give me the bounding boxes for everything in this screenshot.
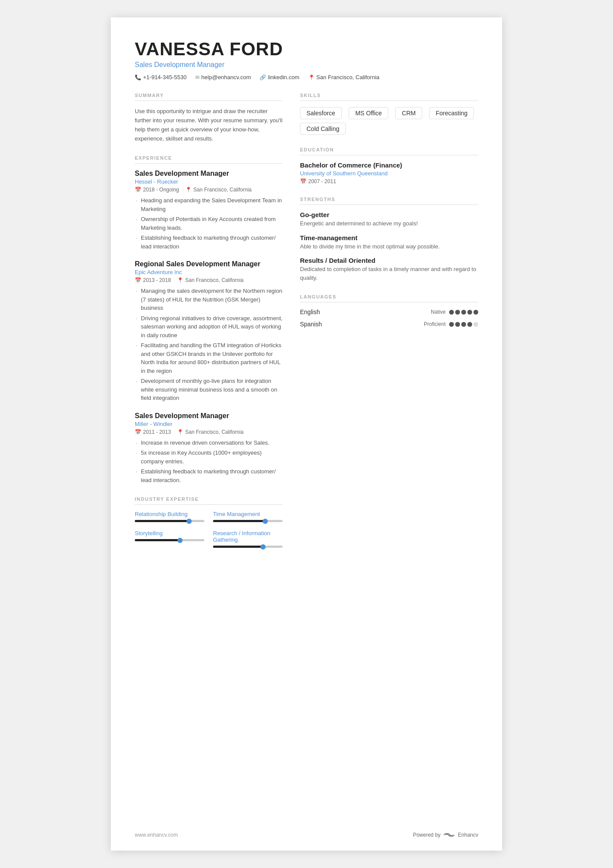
edu-school: University of Southern Queensland: [300, 170, 478, 177]
pin-icon-2: 📍: [177, 277, 183, 283]
exp-dates-3: 📅 2011 - 2013: [135, 429, 171, 435]
exp-meta-3: 📅 2011 - 2013 📍 San Francisco, Californi…: [135, 429, 283, 435]
exp-company-2: Epic Adventure Inc: [135, 269, 283, 275]
lang-name-english: English: [300, 308, 330, 315]
strength-desc-1: Energetic and determined to achieve my g…: [300, 219, 478, 228]
skill-forecasting: Forecasting: [429, 107, 474, 119]
dot: [461, 310, 466, 315]
contact-location: 📍 San Francisco, California: [308, 74, 380, 80]
experience-label: EXPERIENCE: [135, 155, 283, 164]
contact-linkedin: 🔗 linkedin.com: [260, 74, 299, 80]
bullet: Heading and expanding the Sales Developm…: [135, 196, 283, 213]
expertise-label: INDUSTRY EXPERTISE: [135, 496, 283, 505]
exp-loc-2: 📍 San Francisco, California: [177, 277, 243, 283]
candidate-name: VANESSA FORD: [135, 39, 478, 59]
location-icon: 📍: [308, 74, 315, 80]
expertise-label-1: Relationship Building: [135, 511, 204, 517]
exp-loc-3: 📍 San Francisco, California: [177, 429, 243, 435]
strength-title-2: Time-management: [300, 234, 478, 241]
expertise-grid: Relationship Building Time Management: [135, 511, 283, 548]
skill-crm: CRM: [395, 107, 422, 119]
progress-fill-2: [213, 520, 265, 522]
dot: [455, 322, 460, 327]
exp-title-3: Sales Development Manager: [135, 412, 283, 420]
calendar-icon-3: 📅: [135, 429, 141, 435]
progress-knob-2: [263, 519, 268, 524]
exp-item-2: Regional Sales Development Manager Epic …: [135, 260, 283, 402]
dot: [473, 310, 478, 315]
bullet: Managing the sales development for the N…: [135, 287, 283, 312]
strengths-section: STRENGTHS Go-getter Energetic and determ…: [300, 197, 478, 282]
bullet: Driving regional initiatives to drive co…: [135, 314, 283, 340]
contact-line: 📞 +1-914-345-5530 ✉ help@enhancv.com 🔗 l…: [135, 74, 478, 80]
expertise-section: INDUSTRY EXPERTISE Relationship Building…: [135, 496, 283, 548]
skill-ms-office: MS Office: [349, 107, 388, 119]
resume-page: VANESSA FORD Sales Development Manager 📞…: [111, 17, 502, 851]
education-section: EDUCATION Bachelor of Commerce (Finance)…: [300, 147, 478, 184]
progress-track-2: [213, 520, 283, 522]
enhancv-logo-icon: [443, 831, 455, 838]
footer-website: www.enhancv.com: [135, 832, 178, 838]
progress-track-1: [135, 520, 204, 522]
skills-section: SKILLS Salesforce MS Office CRM Forecast…: [300, 93, 478, 135]
bullet: Establishing feedback to marketing throu…: [135, 467, 283, 484]
dot: [467, 322, 472, 327]
calendar-icon-2: 📅: [135, 277, 141, 283]
expertise-label-3: Storytelling: [135, 530, 204, 536]
strength-3: Results / Detail Oriented Dedicated to c…: [300, 257, 478, 282]
edu-years: 📅 2007 - 2011: [300, 178, 478, 184]
progress-track-3: [135, 539, 204, 541]
strength-desc-2: Able to divide my time in the most optim…: [300, 242, 478, 251]
lang-level-english: Native: [431, 309, 478, 315]
exp-bullets-3: Increase in revenue driven conversations…: [135, 439, 283, 485]
progress-knob-4: [260, 544, 266, 550]
languages-section: LANGUAGES English Native: [300, 294, 478, 328]
expertise-storytelling: Storytelling: [135, 530, 204, 548]
lang-english: English Native: [300, 308, 478, 315]
exp-item-3: Sales Development Manager Miller - Windl…: [135, 412, 283, 485]
brand-name: Enhancv: [458, 832, 478, 838]
exp-title-2: Regional Sales Development Manager: [135, 260, 283, 268]
skill-cold-calling: Cold Calling: [300, 123, 346, 135]
bullet: 5x increase in Key Accounts (1000+ emplo…: [135, 449, 283, 466]
skills-grid: Salesforce MS Office CRM Forecasting Col…: [300, 107, 478, 135]
dot: [461, 322, 466, 327]
exp-company-1: Hessel - Ruecker: [135, 178, 283, 185]
expertise-research-information: Research / Information Gathering.: [213, 530, 283, 548]
exp-meta-1: 📅 2018 - Ongoing 📍 San Francisco, Califo…: [135, 187, 283, 193]
footer-brand: Powered by Enhancv: [413, 831, 478, 838]
strength-title-1: Go-getter: [300, 211, 478, 218]
lang-label-spanish: Proficient: [424, 321, 446, 327]
summary-label: SUMMARY: [135, 93, 283, 101]
phone-icon: 📞: [135, 74, 141, 80]
bullet: Development of monthly go-live plans for…: [135, 377, 283, 402]
exp-dates-1: 📅 2018 - Ongoing: [135, 187, 179, 193]
exp-meta-2: 📅 2013 - 2018 📍 San Francisco, Californi…: [135, 277, 283, 283]
edu-degree: Bachelor of Commerce (Finance): [300, 161, 478, 169]
lang-label-english: Native: [431, 309, 446, 315]
exp-loc-1: 📍 San Francisco, California: [185, 187, 252, 193]
summary-section: SUMMARY Use this opportunity to intrigue…: [135, 93, 283, 143]
progress-track-4: [213, 546, 283, 548]
bullet: Establishing feedback to marketing throu…: [135, 234, 283, 251]
dot: [449, 322, 454, 327]
lang-spanish: Spanish Proficient: [300, 321, 478, 328]
dot: [449, 310, 454, 315]
right-column: SKILLS Salesforce MS Office CRM Forecast…: [300, 93, 478, 560]
expertise-label-4: Research / Information Gathering.: [213, 530, 283, 543]
exp-dates-2: 📅 2013 - 2018: [135, 277, 171, 283]
two-columns: SUMMARY Use this opportunity to intrigue…: [135, 93, 478, 560]
lang-dots-english: [449, 310, 478, 315]
expertise-relationship-building: Relationship Building: [135, 511, 204, 522]
candidate-title: Sales Development Manager: [135, 61, 478, 69]
contact-phone: 📞 +1-914-345-5530: [135, 74, 187, 80]
exp-title-1: Sales Development Manager: [135, 170, 283, 178]
linkedin-icon: 🔗: [260, 74, 266, 80]
strengths-label: STRENGTHS: [300, 197, 478, 205]
expertise-time-management: Time Management: [213, 511, 283, 522]
expertise-label-2: Time Management: [213, 511, 283, 517]
progress-knob-1: [187, 519, 192, 524]
dot: [455, 310, 460, 315]
strength-2: Time-management Able to divide my time i…: [300, 234, 478, 251]
dot: [467, 310, 472, 315]
